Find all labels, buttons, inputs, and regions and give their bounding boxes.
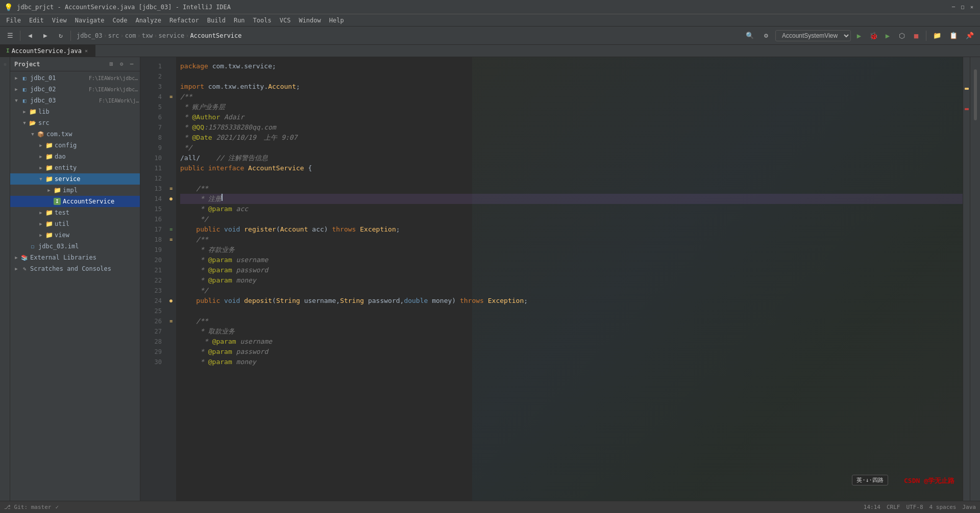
tree-item-jdbc03iml[interactable]: ◻ jdbc_03.iml (10, 241, 140, 252)
code-editor[interactable]: package com.txw.service; import com.txw.… (176, 57, 963, 501)
code-line-27: * 取款业务 (180, 326, 963, 337)
tree-item-config[interactable]: ▶ 📁 config (10, 140, 140, 151)
tab-close-icon[interactable]: ✕ (84, 48, 89, 54)
breadcrumb-com[interactable]: com (125, 32, 136, 39)
tree-item-impl[interactable]: ▶ 📁 impl (10, 185, 140, 196)
status-indent[interactable]: 4 spaces (929, 504, 957, 510)
menu-refactor[interactable]: Refactor (165, 14, 203, 27)
breadcrumb-src[interactable]: src (108, 32, 119, 39)
tree-item-test[interactable]: ▶ 📁 test (10, 207, 140, 218)
tree-item-util[interactable]: ▶ 📁 util (10, 218, 140, 229)
run-button[interactable]: ▶ (853, 30, 865, 42)
vertical-scrollbar-thumb[interactable] (974, 69, 977, 120)
status-java[interactable]: Java (963, 504, 976, 510)
maximize-button[interactable]: □ (959, 3, 967, 11)
gutter-1 (166, 61, 176, 71)
toolbar-todo-btn[interactable]: 📌 (963, 29, 977, 43)
minimize-button[interactable]: ─ (949, 3, 958, 11)
code-line-1: package com.txw.service; (180, 61, 963, 71)
code-container[interactable]: 1 2 3 4 5 6 7 8 9 10 11 12 13 14 15 16 1 (140, 57, 970, 501)
toolbar-vcs-btn[interactable]: 📋 (946, 29, 961, 43)
status-git[interactable]: ⎇ Git: master (4, 504, 51, 510)
right-panel (970, 57, 980, 501)
favorites-icon[interactable]: ☆ (1, 61, 9, 69)
menu-view[interactable]: View (48, 14, 71, 27)
menu-code[interactable]: Code (109, 14, 132, 27)
menu-window[interactable]: Window (295, 14, 325, 27)
tree-item-jdbc02[interactable]: ▶ ◧ jdbc_02 F:\IEAWork\jdbc_prjct\jdbc_0… (10, 84, 140, 95)
breadcrumb-jdbc03[interactable]: jdbc_03 (77, 32, 103, 39)
sidebar-header: Project ⊞ ⚙ — (10, 57, 140, 71)
toolbar-search-everywhere-btn[interactable]: 🔍 (743, 29, 757, 43)
tree-item-jdbc01[interactable]: ▶ ◧ jdbc_01 F:\IEAWork\jdbc_prjct\jdbc_0… (10, 72, 140, 84)
gutter: ≡ ≡ ● ≡ ≡ (166, 57, 176, 501)
tree-arrow-service: ▼ (37, 175, 45, 183)
tree-item-accountservice[interactable]: I AccountService (10, 196, 140, 207)
folder-icon-impl: 📁 (53, 186, 61, 194)
status-lf[interactable]: CRLF (887, 504, 900, 510)
breadcrumb-sep-2: › (120, 32, 124, 39)
breadcrumb-service[interactable]: service (159, 32, 185, 39)
folder-icon-util: 📁 (45, 220, 53, 228)
tree-item-comtxw[interactable]: ▼ 📦 com.txw (10, 129, 140, 140)
tree-item-service[interactable]: ▼ 📁 service (10, 173, 140, 185)
tree-label-util: util (55, 220, 140, 227)
menu-help[interactable]: Help (325, 14, 348, 27)
tree-item-entity[interactable]: ▶ 📁 entity (10, 162, 140, 173)
tree-arrow-src: ▼ (20, 119, 29, 127)
breadcrumb-sep-1: › (104, 32, 107, 39)
tree-item-jdbc03[interactable]: ▼ ◧ jdbc_03 F:\IEAWork\jdbc_prjct\jdbc_0… (10, 95, 140, 106)
tree-item-scratches[interactable]: ▶ ✎ Scratches and Consoles (10, 263, 140, 274)
menu-build[interactable]: Build (203, 14, 230, 27)
folder-icon-config: 📁 (45, 141, 53, 149)
toolbar-menu-btn[interactable]: ☰ (3, 29, 17, 43)
code-line-9: */ (180, 143, 963, 153)
tree-arrow-util: ▶ (37, 220, 45, 228)
menu-edit[interactable]: Edit (25, 14, 48, 27)
code-line-17: public void register(Account acc) throws… (180, 224, 963, 235)
close-button[interactable]: ✕ (968, 3, 976, 11)
tree-arrow-test: ▶ (37, 209, 45, 217)
tree-item-dao[interactable]: ▶ 📁 dao (10, 151, 140, 162)
breadcrumb-accountservice[interactable]: AccountService (190, 32, 241, 39)
menu-vcs[interactable]: VCS (276, 14, 295, 27)
title-bar-controls[interactable]: ─ □ ✕ (949, 3, 976, 11)
profile-button[interactable]: ⬡ (896, 30, 908, 42)
toolbar-find-btn[interactable]: 📁 (930, 29, 944, 43)
tree-item-src[interactable]: ▼ 📂 src (10, 117, 140, 129)
menu-navigate[interactable]: Navigate (71, 14, 109, 27)
stop-button[interactable]: ■ (910, 30, 922, 42)
gutter-8 (166, 133, 176, 143)
sidebar-header-icons: ⊞ ⚙ — (107, 60, 136, 68)
gutter-24: ● (166, 296, 176, 306)
tree-arrow-impl: ▶ (45, 186, 53, 194)
status-position[interactable]: 14:14 (864, 504, 880, 510)
status-encoding[interactable]: UTF-8 (906, 504, 923, 510)
menu-run[interactable]: Run (230, 14, 249, 27)
menu-file[interactable]: File (2, 14, 25, 27)
sidebar-hide-icon[interactable]: — (128, 60, 136, 68)
tree-item-lib[interactable]: ▶ 📁 lib (10, 106, 140, 117)
code-line-6: * @Author Adair (180, 112, 963, 122)
run-config-dropdown[interactable]: AccountSystemView (775, 30, 851, 41)
gutter-3 (166, 82, 176, 92)
menu-tools[interactable]: Tools (249, 14, 276, 27)
menu-analyze[interactable]: Analyze (131, 14, 165, 27)
tree-label-jdbc01: jdbc_01 (30, 74, 87, 82)
run-coverage-button[interactable]: ▶ (881, 30, 894, 42)
toolbar-settings-btn[interactable]: ⚙ (759, 29, 773, 43)
gutter-4: ≡ (166, 92, 176, 102)
ime-bar: 英·↓·四路 (852, 475, 888, 485)
stripe-warning-1 (965, 88, 969, 90)
sidebar-settings-icon[interactable]: ⚙ (117, 60, 126, 68)
toolbar-forward-btn[interactable]: ▶ (38, 29, 53, 43)
tab-accountservice[interactable]: I AccountService.java ✕ (0, 45, 95, 57)
toolbar-refresh-btn[interactable]: ↻ (54, 29, 68, 43)
debug-button[interactable]: 🐞 (867, 30, 879, 42)
sidebar-collapse-icon[interactable]: ⊞ (107, 60, 115, 68)
tree-item-extlibs[interactable]: ▶ 📚 External Libraries (10, 252, 140, 263)
gutter-21 (166, 265, 176, 275)
toolbar-back-btn[interactable]: ◀ (23, 29, 37, 43)
tree-item-view[interactable]: ▶ 📁 view (10, 229, 140, 241)
breadcrumb-txw[interactable]: txw (142, 32, 153, 39)
